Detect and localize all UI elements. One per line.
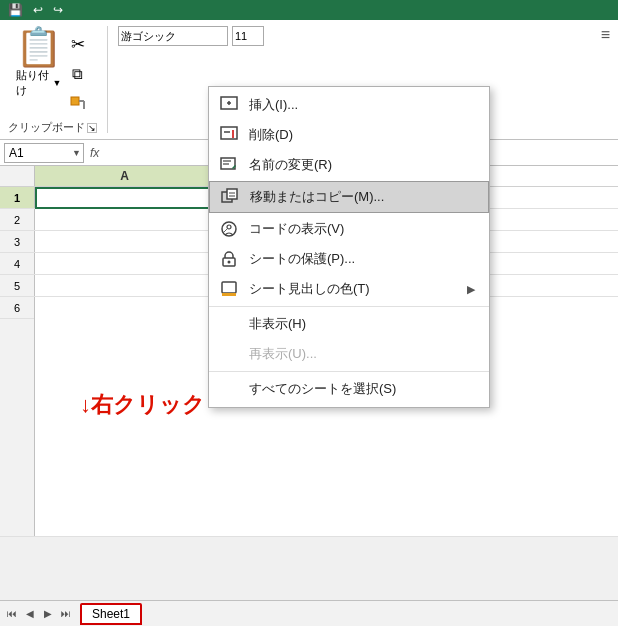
- formula-fx: fx: [88, 146, 101, 160]
- menu-hide-label: 非表示(H): [249, 315, 306, 333]
- quick-access-redo[interactable]: ↪: [53, 3, 63, 17]
- cell-ref-dropdown[interactable]: ▼: [70, 148, 83, 158]
- menu-insert-label: 挿入(I)...: [249, 96, 298, 114]
- submenu-arrow-icon: ▶: [467, 283, 475, 296]
- quick-access-save[interactable]: 💾: [8, 3, 23, 17]
- menu-tab-color-label: シート見出しの色(T): [249, 280, 457, 298]
- menu-select-all-label: すべてのシートを選択(S): [249, 380, 396, 398]
- format-painter-button[interactable]: [66, 90, 90, 118]
- quick-access-undo[interactable]: ↩: [33, 3, 43, 17]
- sheet-tab-1[interactable]: Sheet1: [80, 603, 142, 625]
- cell-A2[interactable]: [35, 209, 215, 230]
- clipboard-expand-icon[interactable]: ↘: [87, 123, 97, 133]
- cell-A5[interactable]: [35, 275, 215, 296]
- menu-item-rename[interactable]: 名前の変更(R): [209, 150, 489, 180]
- menu-item-protect[interactable]: シートの保護(P)...: [209, 244, 489, 274]
- menu-item-delete[interactable]: 削除(D): [209, 120, 489, 150]
- col-header-A[interactable]: A: [35, 166, 215, 186]
- right-click-annotation: ↓右クリック: [80, 390, 205, 420]
- menu-item-insert[interactable]: 挿入(I)...: [209, 90, 489, 120]
- move-copy-icon: [220, 187, 240, 207]
- svg-rect-21: [222, 293, 236, 296]
- row-header-3: 3: [0, 231, 35, 252]
- unhide-icon: [219, 344, 239, 364]
- svg-rect-20: [222, 282, 236, 293]
- menu-view-code-label: コードの表示(V): [249, 220, 344, 238]
- menu-item-tab-color[interactable]: シート見出しの色(T) ▶: [209, 274, 489, 304]
- sheet-tab-area: ⏮ ◀ ▶ ⏭ Sheet1: [0, 600, 618, 626]
- delete-icon: [219, 125, 239, 145]
- select-all-icon: [219, 379, 239, 399]
- menu-protect-label: シートの保護(P)...: [249, 250, 355, 268]
- menu-item-move-copy[interactable]: 移動またはコピー(M)...: [209, 181, 489, 213]
- font-size-input[interactable]: [232, 26, 264, 46]
- menu-divider: [209, 306, 489, 307]
- sheet-nav-last[interactable]: ⏭: [58, 606, 74, 622]
- menu-item-view-code[interactable]: コードの表示(V): [209, 214, 489, 244]
- svg-point-17: [227, 225, 231, 229]
- cell-A3[interactable]: [35, 231, 215, 252]
- hide-icon: [219, 314, 239, 334]
- copy-button[interactable]: ⧉: [66, 60, 90, 88]
- paste-button[interactable]: 📋 貼り付け ▼: [16, 26, 62, 98]
- sheet-nav-prev[interactable]: ◀: [22, 606, 38, 622]
- cell-reference: A1: [5, 146, 70, 160]
- menu-delete-label: 削除(D): [249, 126, 293, 144]
- menu-item-hide[interactable]: 非表示(H): [209, 309, 489, 339]
- row-header-1: 1: [0, 187, 35, 208]
- tab-color-icon: [219, 279, 239, 299]
- paste-label: 貼り付け: [16, 68, 52, 98]
- menu-rename-label: 名前の変更(R): [249, 156, 332, 174]
- cut-button[interactable]: ✂: [66, 30, 90, 58]
- view-code-icon: [219, 219, 239, 239]
- menu-unhide-label: 再表示(U)...: [249, 345, 317, 363]
- sheet-nav-next[interactable]: ▶: [40, 606, 56, 622]
- row-header-4: 4: [0, 253, 35, 274]
- rename-icon: [219, 155, 239, 175]
- protect-icon: [219, 249, 239, 269]
- sheet-tab-label: Sheet1: [92, 607, 130, 621]
- insert-icon: [219, 95, 239, 115]
- font-name-input[interactable]: [118, 26, 228, 46]
- cell-A4[interactable]: [35, 253, 215, 274]
- ribbon-collapse-button[interactable]: ≡: [601, 26, 610, 44]
- clipboard-group: 📋 貼り付け ▼ ✂ ⧉ クリップボード: [8, 26, 108, 133]
- menu-item-unhide[interactable]: 再表示(U)...: [209, 339, 489, 369]
- menu-move-copy-label: 移動またはコピー(M)...: [250, 188, 384, 206]
- paste-dropdown-arrow[interactable]: ▼: [53, 78, 62, 88]
- row-header-2: 2: [0, 209, 35, 230]
- svg-point-19: [228, 261, 231, 264]
- menu-divider-2: [209, 371, 489, 372]
- menu-item-select-all[interactable]: すべてのシートを選択(S): [209, 374, 489, 404]
- cell-A1[interactable]: [35, 187, 215, 209]
- context-menu: 挿入(I)... 削除(D) 名前の変更(R): [208, 86, 490, 408]
- font-group: [108, 26, 601, 46]
- row-header-5: 5: [0, 275, 35, 296]
- sheet-nav-first[interactable]: ⏮: [4, 606, 20, 622]
- row-col-corner: [0, 166, 35, 186]
- svg-rect-13: [227, 189, 237, 199]
- svg-rect-6: [221, 127, 237, 139]
- clipboard-label: クリップボード: [8, 120, 85, 135]
- svg-rect-0: [71, 97, 79, 105]
